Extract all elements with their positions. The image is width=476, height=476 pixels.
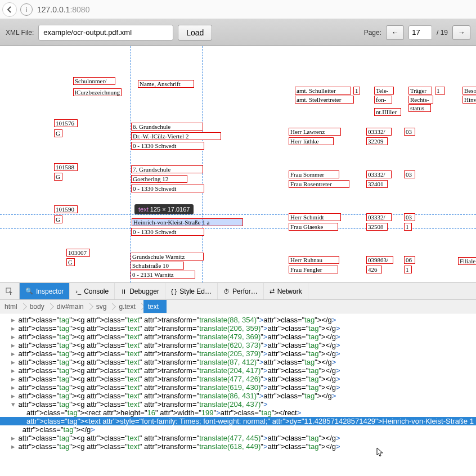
text-box[interactable]: 32401	[366, 180, 388, 188]
breadcrumb-item[interactable]: html	[0, 300, 25, 313]
breadcrumb-item[interactable]: body	[25, 300, 52, 313]
text-box[interactable]: 03332/	[366, 170, 392, 178]
back-button[interactable]	[2, 2, 17, 17]
text-box[interactable]: G	[54, 129, 62, 137]
dom-node[interactable]: ▸attr">class="tag"><g attr">class="text"…	[0, 349, 476, 358]
text-box[interactable]: 06	[404, 256, 415, 264]
text-box[interactable]: Dr.-W.-ICülz-Viertel 2	[131, 132, 221, 140]
text-box[interactable]: G	[54, 173, 62, 181]
text-box[interactable]: 32508	[366, 223, 388, 231]
page-label: Page:	[364, 29, 381, 37]
breadcrumb-item[interactable]: g.text	[114, 300, 143, 313]
text-box[interactable]: Frau Sommer	[289, 170, 339, 178]
url-field[interactable]: 127.0.0.1:8080	[37, 5, 474, 14]
dom-node[interactable]: ▸attr">class="tag"><g attr">class="text"…	[0, 392, 476, 400]
dom-node[interactable]: ▸attr">class="tag"><g attr">class="text"…	[0, 442, 476, 451]
breadcrumb-item[interactable]: text	[143, 300, 167, 313]
devtools-tab-debugger[interactable]: ⏸Debugger	[115, 283, 165, 299]
text-box[interactable]: 101588	[54, 163, 78, 171]
text-box[interactable]: 03	[404, 213, 415, 221]
text-box[interactable]: amt. Stellvertreter	[295, 96, 354, 104]
dom-node[interactable]: attr">class="tag"></g>	[0, 425, 476, 434]
text-box[interactable]: Grundschule Warnitz	[131, 253, 204, 261]
text-box[interactable]: 0 - 1330 Schwedt	[131, 228, 204, 236]
breadcrumb-item[interactable]: div#main	[52, 300, 92, 313]
text-box[interactable]: 1	[435, 87, 445, 95]
text-box[interactable]: 103007	[66, 249, 90, 257]
dom-node[interactable]: ▸attr">class="tag"><g attr">class="text"…	[0, 358, 476, 366]
dom-node[interactable]: ▸attr">class="tag"><g attr">class="text"…	[0, 434, 476, 442]
text-box[interactable]: 32209	[366, 137, 388, 145]
text-box[interactable]: Herr Lawrenz	[289, 128, 341, 136]
dom-node[interactable]: ▾attr">class="tag"><g attr">class="text"…	[0, 400, 476, 408]
text-box[interactable]: fon-	[374, 96, 392, 104]
text-box[interactable]: G	[54, 215, 62, 223]
load-button[interactable]: Load	[178, 25, 212, 41]
dom-node[interactable]: ▸attr">class="tag"><g attr">class="text"…	[0, 333, 476, 341]
devtools-tab-styleed[interactable]: { }Style Ed…	[165, 283, 218, 299]
page-total: / 19	[437, 29, 448, 37]
dom-tree[interactable]: ▸attr">class="tag"><g attr">class="text"…	[0, 313, 476, 476]
devtools-tab-network[interactable]: ⇄Network	[264, 283, 308, 299]
text-box[interactable]: 03332/	[366, 128, 392, 136]
text-box[interactable]: nt.IIIller	[374, 108, 401, 116]
text-box[interactable]: Frau Glaeske	[289, 223, 338, 231]
dom-node[interactable]: ▸attr">class="tag"><g attr">class="text"…	[0, 341, 476, 349]
text-box[interactable]: lCurzbezeichnung	[73, 88, 122, 96]
site-info-icon[interactable]: i	[20, 3, 33, 16]
dom-node[interactable]: ▸attr">class="tag"><g attr">class="text"…	[0, 375, 476, 383]
element-picker-button[interactable]	[0, 283, 20, 299]
text-box[interactable]: 0 - 2131 Warnitz	[131, 271, 195, 279]
text-box[interactable]: Tele-	[374, 87, 394, 95]
text-box[interactable]: 1	[404, 223, 412, 231]
text-box[interactable]: Goethering 12	[131, 175, 187, 183]
text-box[interactable]: status	[408, 104, 431, 112]
page-number-input[interactable]	[408, 25, 432, 40]
breadcrumb: htmlbodydiv#mainsvgg.texttext	[0, 300, 476, 313]
devtools-tab-console[interactable]: ›_Console	[70, 283, 115, 299]
text-box[interactable]: Herr Ruhnau	[289, 256, 339, 264]
text-box[interactable]: 039863/	[366, 256, 393, 264]
text-box[interactable]: Frau Rosentreter	[289, 180, 349, 188]
text-box[interactable]: 426	[366, 266, 382, 273]
text-box[interactable]: Herr lüthke	[289, 137, 334, 145]
breadcrumb-item[interactable]: svg	[92, 300, 115, 313]
xml-file-label: XML File:	[6, 29, 34, 37]
text-box[interactable]: Besond	[462, 87, 476, 95]
dom-node[interactable]: ▸attr">class="tag"><g attr">class="text"…	[0, 383, 476, 392]
text-box[interactable]: 03	[404, 170, 415, 178]
dom-node[interactable]: ▸attr">class="tag"><g attr">class="text"…	[0, 324, 476, 333]
text-box[interactable]: Heinrich-von·Kleist-Straße 1 a	[132, 218, 243, 226]
text-box[interactable]: 101590	[54, 205, 78, 213]
text-box[interactable]: 1	[353, 87, 360, 95]
devtools-tab-perfor[interactable]: ⏱Perfor…	[218, 283, 264, 299]
dom-node[interactable]: ▸attr">class="tag"><g attr">class="text"…	[0, 316, 476, 324]
prev-page-button[interactable]: ←	[386, 25, 404, 40]
text-box[interactable]: Herr Schmidt	[289, 213, 341, 221]
text-box[interactable]: Schulnnmer/	[73, 77, 115, 85]
text-box[interactable]: Hinwei	[462, 96, 476, 104]
text-box[interactable]: 7. Grundschule	[131, 165, 203, 173]
dom-node[interactable]: ▸attr">class="tag"><g attr">class="text"…	[0, 366, 476, 375]
devtools-tab-inspector[interactable]: 🔍Inspector	[20, 283, 70, 299]
text-box[interactable]: Name, Anschrift	[138, 80, 194, 88]
text-box[interactable]: Frau Fengler	[289, 266, 338, 273]
text-box[interactable]: 03332/	[366, 213, 392, 221]
document-viewer[interactable]: text 125 × 17.0167 Schulnnmer/lCurzbezei…	[0, 46, 476, 282]
text-box[interactable]: Rechts-	[408, 96, 433, 104]
text-box[interactable]: 03	[404, 128, 415, 136]
text-box[interactable]: 101576	[54, 119, 78, 127]
text-box[interactable]: amt. Schulleiter	[295, 87, 351, 95]
text-box[interactable]: 6. Grundschule	[131, 123, 203, 131]
text-box[interactable]: G	[66, 258, 75, 266]
text-box[interactable]: 1	[404, 266, 412, 273]
xml-file-input[interactable]	[38, 25, 173, 41]
dom-node[interactable]: attr">class="tag"><text attr">style="fon…	[0, 417, 476, 425]
text-box[interactable]: Träger	[408, 87, 432, 95]
text-box[interactable]: 0 - 1330 Schwedt	[131, 142, 204, 150]
dom-node[interactable]: attr">class="tag"><rect attr">height="16…	[0, 408, 476, 417]
text-box[interactable]: Schulstraße 10	[131, 262, 184, 270]
text-box[interactable]: Filiale	[458, 257, 476, 265]
next-page-button[interactable]: →	[452, 25, 470, 40]
text-box[interactable]: 0 - 1330 Schwedt	[131, 185, 204, 192]
